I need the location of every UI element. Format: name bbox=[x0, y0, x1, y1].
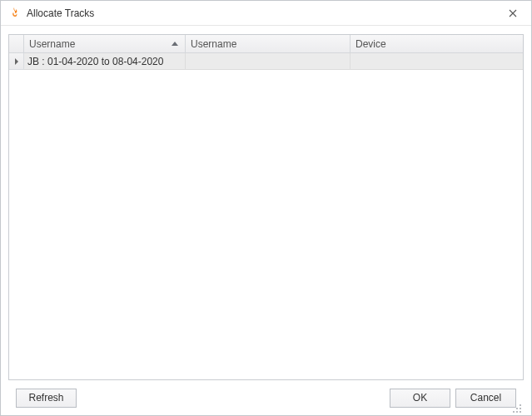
dialog-title: Allocate Tracks bbox=[27, 7, 495, 19]
column-header-device[interactable]: Device bbox=[351, 35, 523, 52]
svg-point-5 bbox=[520, 411, 521, 413]
close-button[interactable] bbox=[495, 1, 531, 25]
tracks-grid[interactable]: Username Username Device JB : 01-04-2020… bbox=[8, 34, 524, 380]
cell-device[interactable] bbox=[351, 53, 523, 70]
sort-asc-icon bbox=[172, 42, 178, 46]
svg-point-0 bbox=[520, 404, 521, 406]
cell-username-1[interactable]: JB : 01-04-2020 to 08-04-2020 bbox=[24, 53, 186, 70]
dialog-window: Allocate Tracks Username Username Device bbox=[0, 0, 532, 416]
column-label: Username bbox=[191, 38, 345, 50]
grid-body: JB : 01-04-2020 to 08-04-2020 bbox=[9, 53, 523, 379]
svg-point-1 bbox=[516, 408, 518, 409]
column-label: Username bbox=[29, 38, 172, 50]
content-area: Username Username Device JB : 01-04-2020… bbox=[1, 26, 531, 415]
column-label: Device bbox=[355, 38, 518, 50]
current-row-icon bbox=[14, 58, 19, 65]
button-bar: Refresh OK Cancel bbox=[8, 380, 524, 415]
column-header-username-1[interactable]: Username bbox=[24, 35, 186, 52]
svg-point-3 bbox=[513, 411, 515, 413]
resize-grip-icon[interactable] bbox=[512, 404, 522, 414]
cancel-button[interactable]: Cancel bbox=[455, 389, 516, 408]
row-indicator-header bbox=[9, 35, 24, 52]
app-icon bbox=[7, 7, 21, 20]
table-row[interactable]: JB : 01-04-2020 to 08-04-2020 bbox=[9, 53, 523, 70]
cell-text: JB : 01-04-2020 to 08-04-2020 bbox=[27, 56, 163, 67]
row-indicator bbox=[9, 53, 24, 70]
grid-header: Username Username Device bbox=[9, 35, 523, 53]
refresh-button[interactable]: Refresh bbox=[16, 389, 77, 408]
svg-point-4 bbox=[516, 411, 518, 413]
titlebar: Allocate Tracks bbox=[1, 1, 531, 26]
ok-button[interactable]: OK bbox=[390, 389, 450, 408]
cell-username-2[interactable] bbox=[186, 53, 351, 70]
svg-point-2 bbox=[520, 408, 521, 409]
column-header-username-2[interactable]: Username bbox=[186, 35, 351, 52]
